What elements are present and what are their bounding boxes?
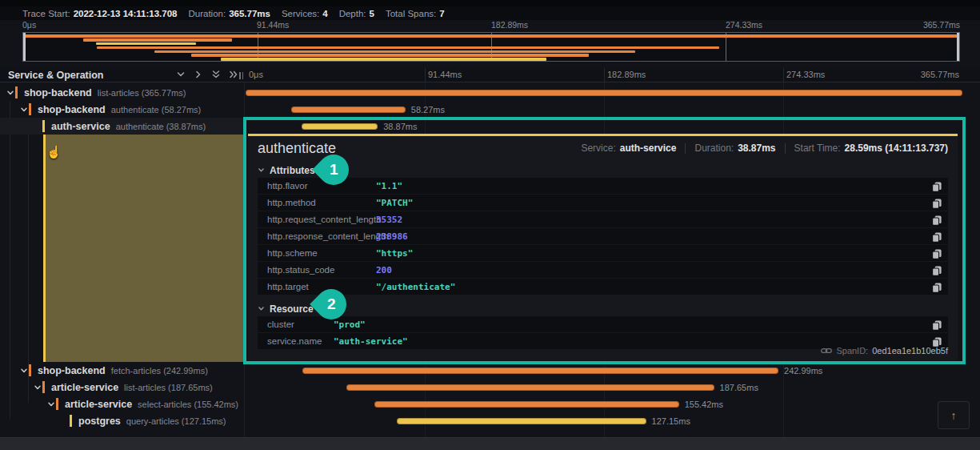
minimap-tick-label: 91.44ms — [257, 20, 289, 30]
minimap-right-handle[interactable] — [957, 33, 959, 61]
collapse-all-icon[interactable] — [211, 70, 221, 79]
minimap-tick-label: 274.33ms — [726, 20, 762, 30]
chevron-down-icon[interactable] — [34, 380, 42, 395]
trace-viewer: Trace Start:2022-12-13 14:11:13.708Durat… — [0, 0, 980, 450]
attribute-key: http.request_content_length — [267, 215, 382, 224]
span-color-marker — [29, 364, 31, 376]
section-header-attributes[interactable]: Attributes — [258, 163, 948, 178]
service-operation-header: Service & Operation — [8, 70, 104, 81]
expand-all-icon[interactable] — [229, 70, 238, 79]
section-header-resource[interactable]: Resource — [258, 302, 948, 316]
span-row[interactable]: article-serviceselect-articles (155.42ms… — [0, 396, 980, 412]
trace-summary-item: Services:4 — [282, 9, 328, 18]
minimap-span-bar — [191, 54, 589, 56]
chevron-down-icon[interactable] — [6, 86, 15, 100]
span-row[interactable]: shop-backendlist-articles (365.77ms) — [0, 84, 980, 101]
span-duration-label: 187.65ms — [720, 383, 758, 392]
arrow-up-icon: ↑ — [951, 409, 957, 422]
service-name: auth-service — [51, 121, 110, 132]
attribute-row: http.target"/authenticate" — [258, 279, 948, 295]
columns-header: Service & Operation 0μs91.44ms182.89ms27… — [0, 68, 980, 82]
span-row[interactable]: shop-backendfetch-articles (242.99ms)242… — [0, 362, 980, 379]
span-row[interactable]: article-servicelist-articles (187.65ms)1… — [0, 379, 980, 396]
copy-icon[interactable] — [932, 248, 942, 259]
attribute-key: http.scheme — [267, 248, 318, 258]
minimap-span-bar — [154, 50, 634, 53]
minimap-left-handle[interactable] — [23, 33, 26, 61]
chevron-down-icon — [258, 165, 265, 176]
collapse-one-icon[interactable] — [176, 70, 186, 79]
copy-icon[interactable] — [932, 198, 942, 208]
span-title: authenticate — [258, 140, 336, 157]
tick-separator — [783, 68, 784, 82]
operation-name: list-articles (187.65ms) — [124, 383, 213, 392]
attribute-value: "PATCH" — [376, 198, 413, 208]
span-duration-bar[interactable] — [246, 90, 962, 96]
span-row[interactable]: postgresquery-articles (127.15ms)127.15m… — [0, 412, 980, 429]
span-row[interactable]: auth-serviceauthenticate (38.87ms)38.87m… — [0, 118, 980, 135]
span-color-marker — [29, 103, 31, 115]
minimap-span-bar — [97, 46, 718, 49]
copy-icon[interactable] — [932, 215, 942, 225]
operation-name: authenticate (38.87ms) — [116, 122, 206, 131]
operation-name: select-articles (155.42ms) — [138, 400, 238, 409]
selected-span-color-line — [43, 118, 46, 362]
chevron-down-icon[interactable] — [20, 102, 29, 117]
span-duration-bar[interactable] — [291, 106, 406, 113]
chevron-down-icon[interactable] — [47, 397, 56, 412]
operation-name: list-articles (365.77ms) — [98, 88, 186, 98]
chevron-down-icon[interactable] — [20, 364, 29, 378]
scroll-to-top-button[interactable]: ↑ — [938, 401, 970, 429]
attribute-key: service.name — [267, 336, 322, 346]
attribute-row: http.request_content_length35352 — [258, 211, 948, 227]
timeline-tick-label: 0μs — [249, 70, 263, 79]
expand-one-icon[interactable] — [194, 70, 203, 79]
operation-name: authenticate (58.27ms) — [111, 105, 202, 115]
attribute-row: http.response_content_length238986 — [258, 228, 948, 244]
attribute-row: http.method"PATCH" — [258, 195, 948, 211]
attribute-row: cluster"prod" — [258, 316, 948, 332]
span-duration-label: 155.42ms — [685, 400, 723, 409]
minimap-tick-label: 0μs — [22, 20, 36, 30]
tree-indent-guide — [28, 118, 29, 403]
attribute-row: http.flavor"1.1" — [258, 178, 948, 194]
span-row[interactable]: shop-backendauthenticate (58.27ms)58.27m… — [0, 101, 980, 118]
span-duration-bar[interactable] — [397, 418, 646, 424]
span-duration-label: 58.27ms — [411, 105, 445, 115]
span-duration-label: 38.87ms — [383, 122, 417, 131]
meta-item: Duration:38.87ms — [694, 143, 775, 154]
attribute-key: http.target — [267, 282, 309, 291]
span-duration-bar[interactable] — [302, 123, 378, 130]
copy-icon[interactable] — [932, 282, 942, 292]
copy-icon[interactable] — [932, 181, 942, 191]
service-name: shop-backend — [38, 104, 106, 115]
span-color-marker — [70, 415, 72, 427]
link-icon[interactable] — [821, 348, 832, 354]
span-color-marker — [56, 398, 58, 410]
trace-summary-item: Depth:5 — [339, 9, 374, 18]
service-name: postgres — [78, 416, 121, 427]
mouse-cursor: ☝ — [46, 145, 62, 159]
trace-main-area: ☝ authenticate Service:auth-serviceDurat… — [0, 82, 980, 437]
span-meta: Service:auth-serviceDuration:38.87msStar… — [581, 143, 948, 154]
copy-icon[interactable] — [932, 319, 942, 330]
span-duration-bar[interactable] — [302, 368, 778, 374]
span-id-value: 0ed1ea1e1b10eb5f — [872, 346, 948, 356]
column-resize-handle[interactable] — [239, 72, 243, 79]
trace-summary-item: Total Spans:7 — [386, 9, 445, 18]
page-bottom-strip — [0, 438, 980, 450]
timeline-tick-label: 91.44ms — [428, 70, 462, 79]
trace-summary-item: Trace Start:2022-12-13 14:11:13.708 — [22, 9, 177, 18]
attribute-value: "1.1" — [376, 181, 402, 191]
minimap-tick-label: 182.89ms — [491, 20, 528, 30]
trace-summary-bar: Trace Start:2022-12-13 14:11:13.708Durat… — [0, 6, 980, 20]
copy-icon[interactable] — [932, 265, 942, 275]
attribute-key: http.status_code — [267, 265, 334, 275]
span-duration-bar[interactable] — [374, 401, 679, 408]
span-id-label: SpanID: — [836, 346, 868, 356]
minimap-axis-labels: 0μs91.44ms182.89ms274.33ms365.77ms — [22, 20, 960, 31]
attribute-row: http.scheme"https" — [258, 245, 948, 261]
span-duration-bar[interactable] — [346, 384, 714, 391]
trace-minimap[interactable] — [22, 32, 960, 62]
copy-icon[interactable] — [932, 231, 942, 242]
